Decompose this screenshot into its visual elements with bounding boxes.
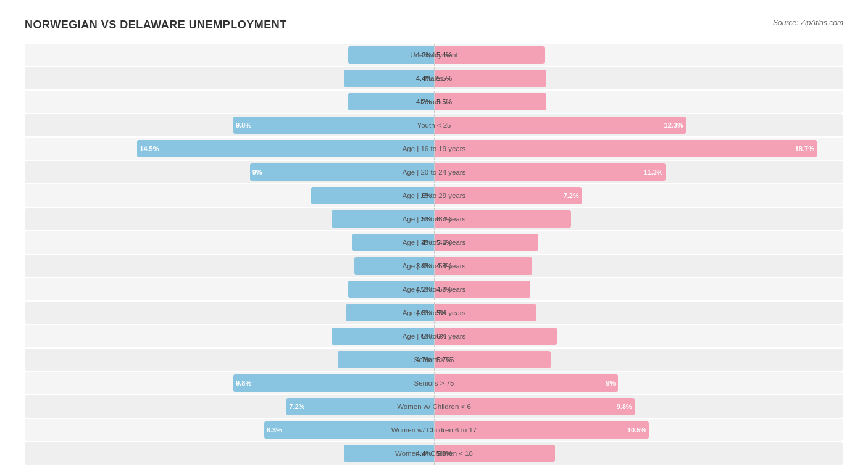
bar-delaware <box>434 140 817 157</box>
row-inner: 4.3%5%Age | 60 to 64 years <box>25 302 843 324</box>
bar-row: 4.3%5%Age | 60 to 64 years <box>25 302 843 324</box>
bar-row: 9.8%9%Seniors > 75 <box>25 372 843 394</box>
row-inner: 4.2%5.5%Females <box>25 91 843 113</box>
bar-delaware <box>434 374 618 392</box>
bar-row: 3.9%4.8%Age | 45 to 54 years <box>25 255 843 277</box>
row-label: Age | 20 to 24 years <box>403 168 466 176</box>
row-inner: 14.5%18.7%Age | 16 to 19 years <box>25 138 843 160</box>
chart-container: NORWEGIAN VS DELAWARE UNEMPLOYMENT Sourc… <box>12 12 856 467</box>
row-label: Age | 35 to 44 years <box>403 239 466 246</box>
row-inner: 9.8%9%Seniors > 75 <box>25 372 843 394</box>
norwegian-value: 9.8% <box>236 379 251 387</box>
row-label: Seniors > 75 <box>414 379 454 387</box>
row-inner: 4.4%5.9%Women w/ Children < 18 <box>25 442 843 465</box>
row-label: Youth < 25 <box>417 122 451 129</box>
delaware-value: 9.8% <box>617 403 632 410</box>
row-inner: 3.9%4.8%Age | 45 to 54 years <box>25 255 843 277</box>
row-label: Age | 65 to 74 years <box>403 333 466 340</box>
norwegian-value: 14.5% <box>140 145 159 152</box>
bar-row: 9.8%12.3%Youth < 25 <box>25 114 843 136</box>
row-inner: 5%6%Age | 65 to 74 years <box>25 325 843 347</box>
row-label: Age | 16 to 19 years <box>403 145 466 152</box>
delaware-value: 9% <box>606 379 616 387</box>
row-inner: 4.4%5.5%Males <box>25 67 843 89</box>
bar-row: 5%6.7%Age | 30 to 34 years <box>25 208 843 230</box>
row-inner: 8.3%10.5%Women w/ Children 6 to 17 <box>25 419 843 441</box>
bar-row: 5%6%Age | 65 to 74 years <box>25 325 843 347</box>
row-label: Males <box>425 75 444 82</box>
norwegian-value: 8.3% <box>267 426 282 434</box>
bar-norwegian <box>137 140 434 157</box>
chart-header: NORWEGIAN VS DELAWARE UNEMPLOYMENT Sourc… <box>25 19 843 31</box>
delaware-value: 11.3% <box>643 168 662 176</box>
row-label: Unemployment <box>410 51 457 59</box>
bar-delaware <box>434 117 686 134</box>
row-inner: 7.2%9.8%Women w/ Children < 6 <box>25 395 843 418</box>
delaware-value: 10.5% <box>627 426 646 434</box>
bar-row: 4.2%5.4%Unemployment <box>25 44 843 66</box>
bar-row: 6%7.2%Age | 25 to 29 years <box>25 184 843 207</box>
bar-row: 4.4%5.5%Males <box>25 67 843 89</box>
delaware-value: 12.3% <box>664 122 683 129</box>
bar-norwegian <box>233 117 434 134</box>
bar-row: 14.5%18.7%Age | 16 to 19 years <box>25 138 843 160</box>
row-label: Women w/ Children < 6 <box>397 403 471 410</box>
row-label: Women w/ Children < 18 <box>395 450 473 457</box>
row-inner: 4.2%4.7%Age | 55 to 59 years <box>25 278 843 300</box>
row-inner: 6%7.2%Age | 25 to 29 years <box>25 184 843 207</box>
bar-delaware <box>434 163 666 181</box>
row-inner: 4.7%5.7%Seniors > 65 <box>25 349 843 371</box>
row-label: Age | 25 to 29 years <box>403 192 466 199</box>
chart-source: Source: ZipAtlas.com <box>773 19 843 27</box>
bar-norwegian <box>233 374 434 392</box>
bar-row: 4%5.1%Age | 35 to 44 years <box>25 231 843 254</box>
norwegian-value: 9% <box>252 168 262 176</box>
bar-row: 4.2%5.5%Females <box>25 91 843 113</box>
chart-title: NORWEGIAN VS DELAWARE UNEMPLOYMENT <box>25 19 287 31</box>
row-inner: 9.8%12.3%Youth < 25 <box>25 114 843 136</box>
bars-area: 4.2%5.4%Unemployment4.4%5.5%Males4.2%5.5… <box>25 44 843 465</box>
delaware-value: 7.2% <box>564 192 579 199</box>
row-inner: 5%6.7%Age | 30 to 34 years <box>25 208 843 230</box>
bar-row: 7.2%9.8%Women w/ Children < 6 <box>25 395 843 418</box>
row-label: Age | 55 to 59 years <box>403 286 466 293</box>
row-label: Age | 60 to 64 years <box>403 309 466 316</box>
row-inner: 9%11.3%Age | 20 to 24 years <box>25 161 843 183</box>
delaware-value: 18.7% <box>795 145 814 152</box>
norwegian-value: 9.8% <box>236 122 251 129</box>
bar-row: 4.4%5.9%Women w/ Children < 18 <box>25 442 843 465</box>
bar-row: 4.7%5.7%Seniors > 65 <box>25 349 843 371</box>
row-label: Females <box>420 98 448 105</box>
row-label: Age | 45 to 54 years <box>403 262 466 270</box>
bar-row: 8.3%10.5%Women w/ Children 6 to 17 <box>25 419 843 441</box>
norwegian-value: 7.2% <box>289 403 304 410</box>
bar-row: 9%11.3%Age | 20 to 24 years <box>25 161 843 183</box>
row-label: Seniors > 65 <box>414 356 454 363</box>
row-inner: 4%5.1%Age | 35 to 44 years <box>25 231 843 254</box>
row-inner: 4.2%5.4%Unemployment <box>25 44 843 66</box>
bar-row: 4.2%4.7%Age | 55 to 59 years <box>25 278 843 300</box>
row-label: Women w/ Children 6 to 17 <box>391 426 477 434</box>
row-label: Age | 30 to 34 years <box>403 215 466 223</box>
